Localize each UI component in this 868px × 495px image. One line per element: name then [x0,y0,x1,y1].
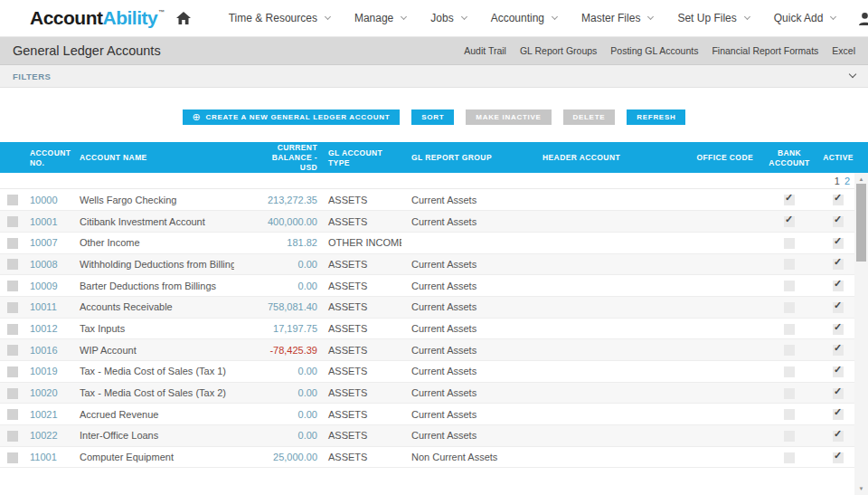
current-balance-value: 213,272.35 [268,195,317,205]
header-account-cell [533,189,684,211]
account-name-cell: Tax - Media Cost of Sales (Tax 2) [76,382,234,404]
row-select-checkbox[interactable] [7,366,18,377]
current-balance-value: 0.00 [298,366,317,376]
grid-header-table: ACCOUNT NO.ACCOUNT NAMECURRENT BALANCE -… [0,142,854,174]
nav-item-jobs[interactable]: Jobs [430,12,466,24]
account-no-link[interactable]: 10001 [30,216,58,227]
header-account-cell [533,253,684,275]
gl-account-type-cell: ASSETS [318,211,401,233]
account-name-cell: Accounts Receivable [76,296,234,318]
row-select-checkbox[interactable] [7,452,18,463]
gl-account-type-cell: ASSETS [318,189,401,211]
title-link-audit-trail[interactable]: Audit Trail [464,45,506,56]
nav-item-manage[interactable]: Manage [354,12,406,24]
nav-item-quick-add[interactable]: Quick Add [774,12,836,24]
home-icon[interactable] [176,12,191,24]
gl-report-group-cell: Current Assets [401,211,533,233]
scrollbar-thumb[interactable] [856,184,866,262]
nav-item-time-resources[interactable]: Time & Resources [229,12,330,24]
bank-account-checkbox [784,216,795,227]
account-no-link[interactable]: 10012 [30,323,58,334]
title-link-financial-report-formats[interactable]: Financial Report Formats [712,45,818,56]
row-select-checkbox[interactable] [7,259,18,270]
header-account-cell [533,361,684,383]
office-code-cell [684,253,757,275]
office-code-cell [684,361,757,383]
account-no-link[interactable]: 10008 [30,259,58,270]
row-select-checkbox[interactable] [7,281,18,291]
create-gl-account-label: CREATE A NEW GENERAL LEDGER ACCOUNT [206,113,391,121]
row-select-checkbox[interactable] [7,302,18,313]
scroll-up-icon[interactable] [854,175,868,184]
user-icon[interactable] [858,12,868,25]
active-checkbox [833,302,844,313]
account-name-cell: Inter-Office Loans [76,425,234,447]
account-no-link[interactable]: 10007 [30,237,58,248]
brand-name-black: Account [30,7,103,28]
row-select-checkbox[interactable] [7,388,18,399]
title-link-excel[interactable]: Excel [832,45,855,56]
title-link-posting-gl-accounts[interactable]: Posting GL Accounts [610,45,698,56]
nav-item-accounting[interactable]: Accounting [491,12,557,24]
account-no-link[interactable]: 10019 [30,366,58,376]
gl-account-type-cell: ASSETS [318,296,401,318]
nav-item-set-up-files[interactable]: Set Up Files [677,12,749,24]
page-number-current: 1 [835,176,840,186]
make-inactive-button[interactable]: MAKE INACTIVE [466,109,551,125]
bank-account-checkbox [784,452,795,463]
account-no-link[interactable]: 10020 [30,387,58,398]
vertical-scrollbar[interactable] [854,173,868,495]
bank-account-checkbox [784,409,795,420]
account-no-link[interactable]: 10022 [30,430,58,441]
delete-button[interactable]: DELETE [563,109,616,125]
gl-account-type-cell: ASSETS [318,318,401,339]
account-name-cell: Citibank Investment Account [76,211,234,233]
table-row: 10000Wells Fargo Checking213,272.35ASSET… [0,189,854,211]
row-select-checkbox[interactable] [7,324,18,335]
title-bar: General Ledger Accounts Audit TrailGL Re… [0,37,868,65]
table-row: 10001Citibank Investment Account400,000.… [0,211,854,233]
header-account-cell [533,211,684,233]
row-select-checkbox[interactable] [7,345,18,356]
account-name-cell: Accrued Revenue [76,404,234,425]
filters-bar[interactable]: FILTERS [0,65,868,88]
refresh-button[interactable]: REFRESH [627,109,685,125]
header-account-cell [533,382,684,404]
account-no-link[interactable]: 10021 [30,409,58,420]
chevron-down-icon [744,13,750,19]
row-select-checkbox[interactable] [7,216,18,227]
chevron-down-icon[interactable] [849,71,856,78]
create-gl-account-button[interactable]: CREATE A NEW GENERAL LEDGER ACCOUNT [183,109,401,125]
row-select-checkbox[interactable] [7,195,18,205]
trademark-symbol: ™ [158,9,165,15]
account-no-link[interactable]: 11001 [30,452,57,462]
column-header-gl_account_type: GL ACCOUNT TYPE [318,142,401,174]
current-balance-value: 0.00 [298,430,317,441]
brand-logo[interactable]: AccountAbility™ [30,7,165,29]
title-link-gl-report-groups[interactable]: GL Report Groups [520,45,597,56]
gl-report-group-cell: Current Assets [401,253,533,275]
page-number-link[interactable]: 2 [844,176,850,186]
chevron-down-icon [461,13,467,19]
active-checkbox [833,216,844,227]
account-no-link[interactable]: 10009 [30,281,58,291]
column-header-header_account: HEADER ACCOUNT [533,142,684,174]
gl-account-type-cell: ASSETS [318,339,401,361]
nav-item-master-files[interactable]: Master Files [581,12,653,24]
account-no-link[interactable]: 10011 [30,301,57,312]
table-row: 10020Tax - Media Cost of Sales (Tax 2)0.… [0,382,854,404]
account-no-link[interactable]: 10000 [30,195,58,205]
chevron-down-icon [830,13,836,19]
row-select-checkbox[interactable] [7,431,18,442]
account-name-cell: Barter Deductions from Billings [76,275,234,297]
gl-report-group-cell: Current Assets [401,382,533,404]
row-select-checkbox[interactable] [7,409,18,420]
row-select-checkbox[interactable] [7,238,18,249]
scroll-down-icon[interactable] [854,484,868,493]
account-no-link[interactable]: 10016 [30,345,58,356]
sort-button[interactable]: SORT [411,109,454,125]
gl-accounts-grid: ACCOUNT NO.ACCOUNT NAMECURRENT BALANCE -… [0,142,868,468]
bank-account-checkbox [784,302,795,313]
header-account-cell [533,232,684,253]
gl-report-group-cell: Current Assets [401,318,533,339]
